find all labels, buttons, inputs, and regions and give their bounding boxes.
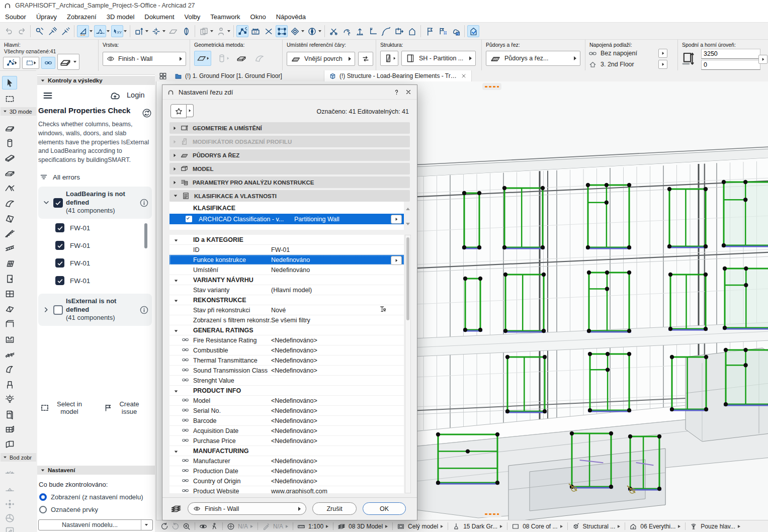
property-row[interactable]: Thermal Transmittance<Nedefinováno> xyxy=(169,356,404,366)
panel-header[interactable]: Kontroly a výsledky xyxy=(37,76,155,85)
flaglist-icon[interactable] xyxy=(437,25,449,37)
checkmodel-icon[interactable] xyxy=(467,25,479,37)
undo-icon[interactable] xyxy=(3,25,15,37)
property-row[interactable]: Purchase Price<Nedefinováno> xyxy=(169,436,404,446)
statusbar-item-label[interactable]: 06 Everythi... xyxy=(640,523,675,530)
person-icon[interactable] xyxy=(215,25,227,37)
property-row[interactable]: Strenght Value xyxy=(169,376,404,386)
fillet-icon[interactable] xyxy=(380,25,392,37)
dim12-icon[interactable]: 12 xyxy=(249,25,262,37)
tool-skylight[interactable] xyxy=(2,302,17,316)
nodes-icon[interactable] xyxy=(236,25,248,37)
info-icon[interactable] xyxy=(139,305,149,315)
favorites-button[interactable] xyxy=(170,104,194,118)
property-row[interactable]: UmístěníNedefinováno xyxy=(169,265,404,275)
chevron-right-icon[interactable] xyxy=(42,306,50,314)
xy-dropdown-arrow[interactable] xyxy=(124,30,127,32)
leaf-icon[interactable] xyxy=(180,25,192,37)
create-issue-button[interactable]: Create issue xyxy=(104,400,153,415)
dialog-section-5[interactable]: PARAMETRY PRO ANALÝZU KONSTRUKCE xyxy=(169,176,410,188)
redo-icon[interactable] xyxy=(16,25,28,37)
statusbar-item-arrow[interactable] xyxy=(385,525,388,528)
bottom-level-input[interactable] xyxy=(701,60,760,70)
dialog-section-6[interactable]: KLASIFIKACE A VLASTNOSTI xyxy=(169,190,410,202)
menu-item-7[interactable]: Teamwork xyxy=(205,12,245,22)
tool-zone[interactable] xyxy=(2,438,17,452)
top-level-input[interactable] xyxy=(701,49,760,59)
property-row[interactable]: Stav při rekonstrukciNové xyxy=(169,305,404,315)
diamond-dropdown-arrow[interactable] xyxy=(301,30,304,32)
property-group-row[interactable]: PRODUCT INFO xyxy=(169,386,404,396)
marqnodes-icon[interactable] xyxy=(276,25,288,37)
property-row[interactable]: Model<Nedefinováno> xyxy=(169,396,404,406)
menu-item-9[interactable]: Nápověda xyxy=(271,12,311,22)
snap-dropdown-arrow[interactable] xyxy=(162,30,165,32)
statusbar-item-arrow[interactable] xyxy=(560,525,563,528)
statusbar-item-label[interactable]: Structural ... xyxy=(583,523,616,530)
default-settings-button[interactable] xyxy=(3,57,20,69)
copy-icon[interactable] xyxy=(198,25,210,37)
property-row[interactable]: Product Websitewww.graphisoft.com xyxy=(169,486,404,493)
geometry-straight-button[interactable] xyxy=(194,51,211,66)
error-group-isexternal[interactable]: IsExternal is not defined (41 components… xyxy=(38,294,152,326)
settings-header[interactable]: Nastavení xyxy=(37,466,155,475)
tab-structure-3d[interactable]: (!) Structure - Load-Bearing Elements - … xyxy=(324,70,472,81)
tool-niche[interactable] xyxy=(2,332,17,346)
property-group-row[interactable]: MANUFACTURING xyxy=(169,446,404,456)
statusbar-item-label[interactable]: Pouze hlav... xyxy=(701,523,735,530)
layersstack-icon[interactable] xyxy=(336,521,347,531)
property-row[interactable]: IDFW-01 xyxy=(169,245,404,255)
tool-cursor[interactable] xyxy=(2,76,17,90)
stretchx-icon[interactable] xyxy=(263,25,275,37)
plan-display-dropdown[interactable]: Půdorys a řez... xyxy=(486,51,580,66)
tool-slab[interactable] xyxy=(2,166,17,180)
component-row[interactable]: FW-01 xyxy=(55,258,90,268)
tool-morph[interactable] xyxy=(2,212,17,225)
structure-type-button[interactable] xyxy=(380,51,398,66)
adjustbox-icon[interactable] xyxy=(393,25,405,37)
signal-icon[interactable] xyxy=(688,521,699,531)
statusbar-item-arrow[interactable] xyxy=(250,525,253,528)
top-link-button[interactable] xyxy=(658,49,667,58)
model-settings-dropdown[interactable] xyxy=(141,520,152,530)
statusbar-item-arrow[interactable] xyxy=(618,525,620,528)
window4-icon[interactable] xyxy=(395,521,406,531)
cloud-sync-icon[interactable] xyxy=(109,89,121,101)
cornerdim-icon[interactable] xyxy=(367,25,379,37)
guides-dropdown-arrow[interactable] xyxy=(107,30,110,32)
login-button[interactable]: Login xyxy=(127,91,144,99)
walk-icon[interactable] xyxy=(209,521,220,531)
tool-beam[interactable] xyxy=(2,151,17,165)
tool-shell2[interactable] xyxy=(2,363,17,376)
statusbar-item-arrow[interactable] xyxy=(441,525,443,528)
tri-dropdown-arrow[interactable] xyxy=(90,30,93,32)
tool-gridcube[interactable] xyxy=(2,423,17,436)
refline-dropdown[interactable]: Vnější povrch xyxy=(287,52,355,66)
property-group-row[interactable]: GENERAL RATINGS xyxy=(169,325,404,335)
classification-picker-button[interactable] xyxy=(391,215,402,224)
person-dropdown-arrow[interactable] xyxy=(227,30,230,32)
selection-method-button[interactable] xyxy=(22,57,39,69)
autodim-icon[interactable] xyxy=(133,25,145,37)
statusbar-item-arrow[interactable] xyxy=(678,525,680,528)
property-group-row[interactable]: REKONSTRUKCE xyxy=(169,295,404,305)
statusbar-item-label[interactable]: 1:100 xyxy=(308,523,323,530)
pickup-icon[interactable] xyxy=(33,25,45,37)
statusbar-item-arrow[interactable] xyxy=(326,525,328,528)
autodim-dropdown-arrow[interactable] xyxy=(145,30,148,32)
statusbar-item-label[interactable]: N/A xyxy=(238,523,248,530)
statusbar-item-label[interactable]: 08 3D Model xyxy=(349,523,383,530)
tool-stair[interactable] xyxy=(2,227,17,240)
select-in-model-button[interactable]: Select in model xyxy=(40,400,96,415)
radio-selected-elements[interactable]: Označené prvky xyxy=(39,506,98,513)
tool-movepoint[interactable] xyxy=(2,497,17,511)
menu-item-8[interactable]: Okno xyxy=(245,12,271,22)
tool-mesh[interactable] xyxy=(2,347,17,361)
penna-icon[interactable] xyxy=(261,521,272,531)
property-row[interactable]: Zobrazení s filtrem rekonstr...Se všemi … xyxy=(169,315,404,325)
section-marker-top[interactable] xyxy=(482,83,501,90)
toolbox-header-group_3d[interactable]: 3D mode xyxy=(1,107,36,116)
tab-overview-icon[interactable] xyxy=(156,70,170,81)
menu-item-2[interactable]: Úpravy xyxy=(31,12,62,22)
tool-sketch[interactable] xyxy=(2,524,17,532)
